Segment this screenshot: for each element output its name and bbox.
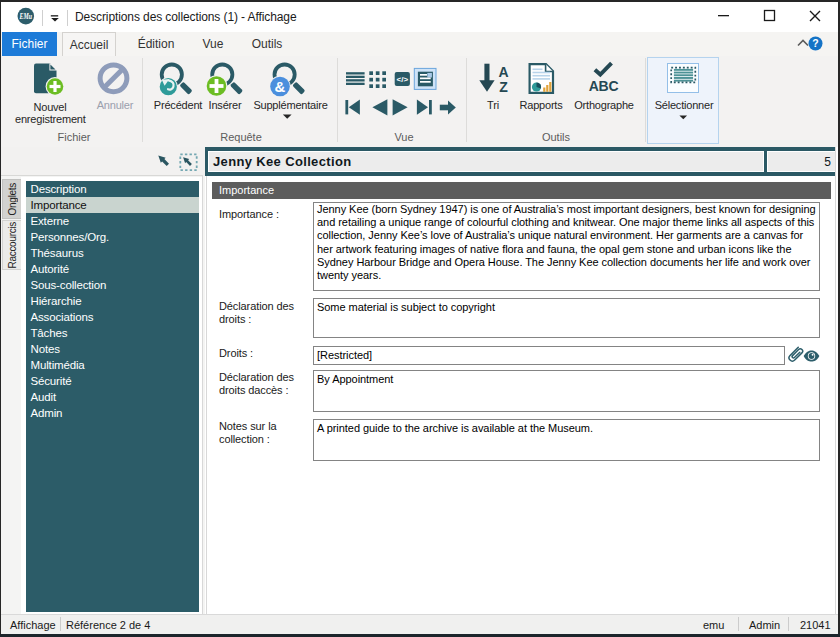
svg-text:&: & [275,78,286,95]
svg-text:EMu: EMu [19,12,33,21]
svg-text:ABC: ABC [589,78,619,94]
svg-text:?: ? [812,37,818,49]
svg-text:Z: Z [499,79,508,95]
svg-text:</>: </> [397,75,409,84]
svg-text:A: A [498,64,508,80]
